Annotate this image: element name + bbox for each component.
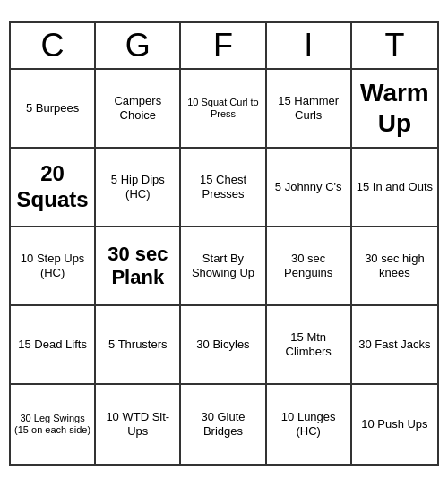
bingo-cell: 30 Bicyles xyxy=(181,306,266,385)
bingo-cell: 30 sec Plank xyxy=(96,227,181,306)
bingo-cell: Start By Showing Up xyxy=(181,227,266,306)
bingo-cell: Campers Choice xyxy=(96,70,181,149)
header-letter: G xyxy=(96,23,181,68)
header-letter: I xyxy=(267,23,352,68)
bingo-cell: 30 Fast Jacks xyxy=(352,306,437,385)
bingo-cell: 30 Leg Swings (15 on each side) xyxy=(11,385,96,464)
cell-text: 30 Fast Jacks xyxy=(355,310,435,380)
cell-text: 15 Chest Presses xyxy=(184,152,262,222)
bingo-cell: Warm Up xyxy=(352,70,437,149)
header-letter: T xyxy=(352,23,437,68)
bingo-header: CGFIT xyxy=(11,23,437,70)
bingo-cell: 15 Chest Presses xyxy=(181,149,266,227)
header-letter: F xyxy=(181,23,266,68)
header-letter: C xyxy=(11,23,96,68)
cell-text: Warm Up xyxy=(355,73,435,143)
bingo-cell: 5 Thrusters xyxy=(96,306,181,385)
bingo-card: CGFIT 5 BurpeesCampers Choice10 Squat Cu… xyxy=(9,21,439,466)
cell-text: 30 sec Penguins xyxy=(270,231,348,301)
cell-text: 30 sec Plank xyxy=(99,231,177,301)
bingo-cell: 30 sec Penguins xyxy=(267,227,352,306)
bingo-cell: 10 Step Ups (HC) xyxy=(11,227,96,306)
bingo-cell: 10 Squat Curl to Press xyxy=(181,70,266,149)
cell-text: 15 Mtn Climbers xyxy=(270,310,348,380)
cell-text: 15 In and Outs xyxy=(355,152,435,222)
bingo-cell: 15 Mtn Climbers xyxy=(267,306,352,385)
bingo-cell: 5 Johnny C's xyxy=(267,149,352,227)
bingo-cell: 15 In and Outs xyxy=(352,149,437,227)
cell-text: 10 Lunges (HC) xyxy=(270,389,348,460)
cell-text: 15 Dead Lifts xyxy=(13,310,91,380)
cell-text: 30 sec high knees xyxy=(355,231,435,301)
bingo-cell: 15 Hammer Curls xyxy=(267,70,352,149)
bingo-cell: 10 Lunges (HC) xyxy=(267,385,352,464)
cell-text: 10 Step Ups (HC) xyxy=(13,231,91,301)
cell-text: 10 Push Ups xyxy=(355,389,435,460)
cell-text: 30 Leg Swings (15 on each side) xyxy=(13,389,91,460)
cell-text: 5 Johnny C's xyxy=(270,152,348,222)
bingo-cell: 15 Dead Lifts xyxy=(11,306,96,385)
cell-text: 15 Hammer Curls xyxy=(270,73,348,143)
cell-text: 5 Thrusters xyxy=(99,310,177,380)
cell-text: Start By Showing Up xyxy=(184,231,262,301)
bingo-cell: 30 Glute Bridges xyxy=(181,385,266,464)
bingo-cell: 10 WTD Sit-Ups xyxy=(96,385,181,464)
cell-text: 30 Glute Bridges xyxy=(184,389,262,460)
cell-text: 20 Squats xyxy=(13,152,91,222)
bingo-cell: 10 Push Ups xyxy=(352,385,437,464)
cell-text: Campers Choice xyxy=(99,73,177,143)
cell-text: 30 Bicyles xyxy=(184,310,262,380)
bingo-cell: 30 sec high knees xyxy=(352,227,437,306)
bingo-cell: 5 Burpees xyxy=(11,70,96,149)
cell-text: 10 WTD Sit-Ups xyxy=(99,389,177,460)
bingo-cell: 5 Hip Dips (HC) xyxy=(96,149,181,227)
cell-text: 10 Squat Curl to Press xyxy=(184,73,262,143)
bingo-cell: 20 Squats xyxy=(11,149,96,227)
bingo-grid: 5 BurpeesCampers Choice10 Squat Curl to … xyxy=(11,70,437,464)
cell-text: 5 Burpees xyxy=(13,73,91,143)
cell-text: 5 Hip Dips (HC) xyxy=(99,152,177,222)
